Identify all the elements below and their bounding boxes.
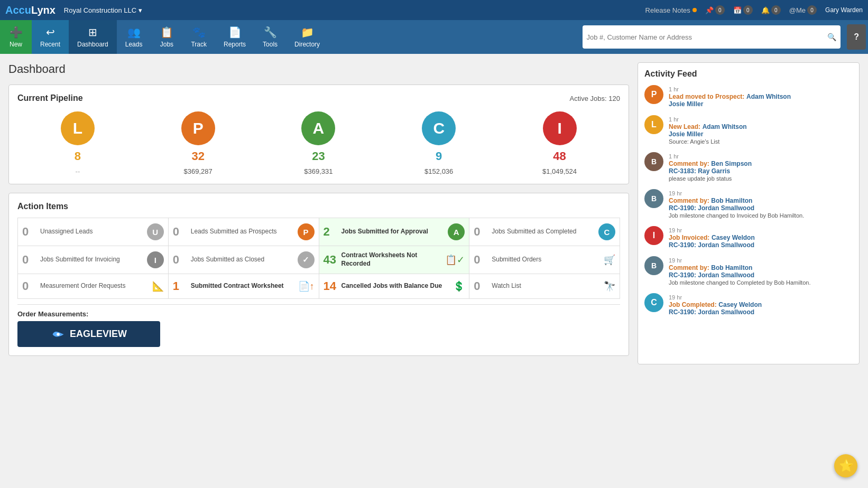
action-measurement-orders[interactable]: 0 Measurement Order Requests 📐 [18,274,168,298]
feed-content-6: 19 hr Job Completed: Casey Weldon RC-319… [669,293,853,316]
pipeline-count-p: 32 [191,149,204,163]
label-measurement-orders: Measurement Order Requests [40,282,149,290]
feed-name1-0: Adam Whitson [746,93,791,100]
feed-avatar-4: I [644,226,663,245]
count-measurement-orders: 0 [22,279,37,293]
nav-directory[interactable]: 📁 Directory [286,20,328,54]
directory-icon: 📁 [301,26,314,39]
nav-dashboard[interactable]: ⊞ Dashboard [69,20,117,54]
bell-count: 0 [771,5,781,15]
feed-content-1: 1 hr New Lead: Adam Whitson Josie Miller… [669,115,853,145]
feed-name1-3: RC-3190: Jordan Smallwood [669,204,853,212]
pin-icon-group[interactable]: 📌 0 [705,5,725,15]
pipeline-amount-l: -- [76,167,80,175]
feed-time-2: 1 hr [669,153,853,159]
icon-jobs-completed: C [598,223,615,240]
label-submitted-orders: Submitted Orders [492,256,601,264]
company-name[interactable]: Royal Construction LLC ▾ [64,6,142,14]
feed-extra-2: please update job status [669,175,853,182]
feed-item-2: B 1 hr Comment by: Ben Simpson RC-3183: … [644,152,853,182]
feed-person-2: Ben Simpson [711,160,752,167]
feed-name1-1: Adam Whitson [703,123,747,130]
pipeline-amount-a: $369,331 [304,167,333,175]
feed-person-4: Casey Weldon [712,234,755,241]
logo-lynx: Lynx [31,4,56,16]
user-name[interactable]: Gary Warden [825,6,863,14]
feed-content-2: 1 hr Comment by: Ben Simpson RC-3183: Ra… [669,152,853,182]
action-cancelled-jobs[interactable]: 14 Cancelled Jobs with Balance Due 💲 [319,274,469,298]
search-bar[interactable]: 🔍 [583,25,841,49]
pipeline-item-c[interactable]: C 9 $152,036 [422,111,456,175]
bell-icon: 🔔 [761,6,770,14]
pipeline-circle-c: C [422,111,456,145]
action-jobs-approval[interactable]: 2 Jobs Submitted for Approval A [319,218,469,246]
feed-name1-2: RC-3183: Ray Garris [669,167,853,175]
feed-person-6: Casey Weldon [718,301,762,308]
tools-icon: 🔧 [264,26,277,39]
nav-jobs[interactable]: 📋 Jobs [151,20,182,54]
calendar-icon-group[interactable]: 📅 0 [733,5,753,15]
cal-count: 0 [743,5,753,15]
pipeline-item-p[interactable]: P 32 $369,287 [181,111,215,175]
action-jobs-closed[interactable]: 0 Jobs Submitted as Closed ✓ [169,246,319,274]
feed-time-0: 1 hr [669,86,853,92]
feed-item-4: I 19 hr Job Invoiced: Casey Weldon RC-31… [644,226,853,249]
nav-track[interactable]: 🐾 Track [182,20,215,54]
nav-recent[interactable]: ↩ Recent [32,20,69,54]
feed-time-4: 19 hr [669,227,853,233]
action-watch-list[interactable]: 0 Watch List 🔭 [469,274,620,298]
feed-avatar-6: C [644,293,663,312]
pipeline-item-i[interactable]: I 48 $1,049,524 [542,111,577,175]
action-contract-worksheets[interactable]: 43 Contract Worksheets Not Recorded 📋✓ [319,246,469,274]
eagleview-button[interactable]: EAGLEVIEW [17,321,160,347]
count-contract-worksheets: 43 [324,253,338,267]
atme-count: 0 [807,5,817,15]
feed-person-5: Bob Hamilton [711,264,752,271]
action-jobs-completed[interactable]: 0 Jobs Submitted as Completed C [469,218,620,246]
pipeline-count-a: 23 [312,149,325,163]
dollar-icon: 💲 [453,280,465,292]
active-jobs: Active Jobs: 120 [570,95,620,102]
nav-tools[interactable]: 🔧 Tools [254,20,286,54]
feed-content-5: 19 hr Comment by: Bob Hamilton RC-3190: … [669,256,853,286]
pipeline-circle-p: P [181,111,215,145]
action-unassigned-leads[interactable]: 0 Unassigned Leads U [18,218,168,246]
search-input[interactable] [587,31,827,43]
bell-icon-group[interactable]: 🔔 0 [761,5,781,15]
action-submitted-contract[interactable]: 1 Submitted Contract Worksheet 📄↑ [169,274,319,298]
help-button[interactable]: ? [847,24,866,50]
nav-leads[interactable]: 👥 Leads [117,20,151,54]
jobs-icon: 📋 [160,26,173,39]
feed-photo-5: B [644,256,663,275]
nav-reports[interactable]: 📄 Reports [215,20,254,54]
new-icon: ➕ [10,26,23,39]
nav-new[interactable]: ➕ New [0,20,32,54]
label-leads-prospects: Leads Submitted as Prospects [191,228,294,236]
feed-item-1: L 1 hr New Lead: Adam Whitson Josie Mill… [644,115,853,145]
pipeline-count-c: 9 [436,149,442,163]
label-watch-list: Watch List [492,282,601,290]
feed-time-1: 1 hr [669,116,853,123]
action-leads-prospects[interactable]: 0 Leads Submitted as Prospects P [169,218,319,246]
main-panel: Dashboard Current Pipeline Active Jobs: … [8,62,629,364]
track-icon: 🐾 [192,26,206,39]
atme-icon-group[interactable]: @Me 0 [789,5,817,15]
leads-icon: 👥 [127,26,141,39]
action-jobs-invoicing[interactable]: 0 Jobs Submitted for Invoicing I [18,246,168,274]
logo-accu: Accu [5,4,31,16]
action-submitted-orders[interactable]: 0 Submitted Orders 🛒 [469,246,620,274]
icon-leads-prospects: P [298,223,315,240]
count-jobs-completed: 0 [474,225,488,239]
top-bar: AccuLynx Royal Construction LLC ▾ Releas… [0,0,868,20]
icon-jobs-closed: ✓ [298,251,315,268]
icon-unassigned: U [147,223,164,240]
feed-action-6: Job Completed: [669,301,717,308]
pipeline-item-a[interactable]: A 23 $369,331 [301,111,335,175]
feed-photo-2: B [644,152,663,171]
pipeline-item-l[interactable]: L 8 -- [61,111,95,175]
count-cancelled-jobs: 14 [324,279,338,293]
count-jobs-closed: 0 [173,253,188,267]
release-notes[interactable]: Release Notes [645,6,697,14]
feed-extra-1: Source: Angie's List [669,138,853,145]
count-submitted-contract: 1 [173,279,188,293]
